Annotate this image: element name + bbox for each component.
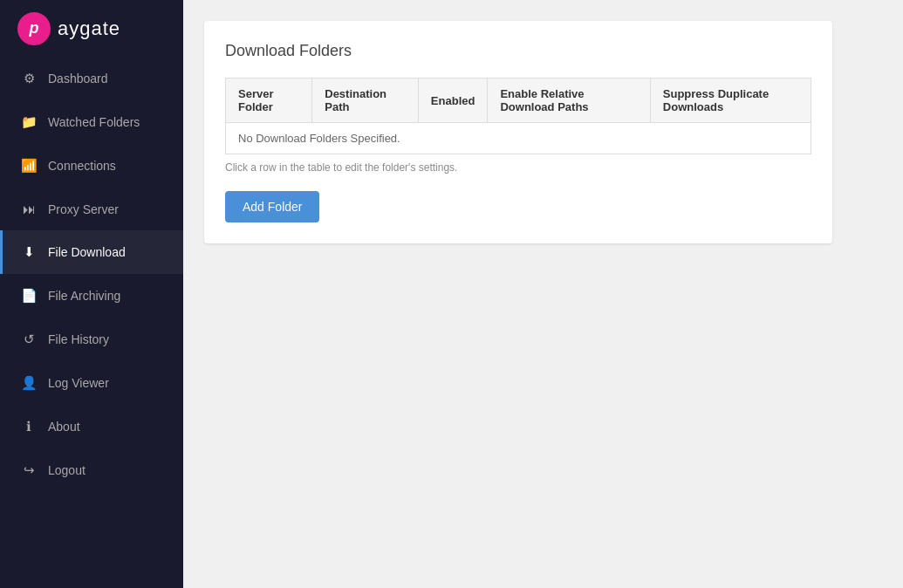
- logo-icon: p: [17, 12, 51, 45]
- col-suppress-duplicate: Suppress Duplicate Downloads: [650, 79, 811, 123]
- table-hint: Click a row in the table to edit the fol…: [225, 161, 811, 174]
- empty-row: No Download Folders Specified.: [226, 123, 811, 154]
- download-folders-card: Download Folders Server Folder Destinati…: [204, 21, 832, 243]
- sidebar-item-about[interactable]: About: [0, 405, 183, 448]
- sidebar-label-log-viewer: Log Viewer: [48, 376, 109, 390]
- sidebar-label-dashboard: Dashboard: [48, 72, 108, 85]
- gear-icon: [20, 71, 38, 86]
- sidebar-label-connections: Connections: [48, 159, 116, 173]
- sidebar-label-logout: Logout: [48, 463, 86, 477]
- sidebar-item-connections[interactable]: Connections: [0, 144, 183, 188]
- info-icon: [20, 419, 38, 434]
- col-enable-relative: Enable Relative Download Paths: [488, 79, 650, 123]
- folder-icon: [20, 114, 38, 130]
- logo-name: aygate: [58, 17, 120, 40]
- folder-table: Server Folder Destination Path Enabled E…: [225, 78, 811, 154]
- log-icon: [20, 375, 38, 391]
- sidebar-item-file-download[interactable]: File Download: [0, 230, 183, 274]
- sidebar-item-dashboard[interactable]: Dashboard: [0, 57, 183, 100]
- wifi-icon: [20, 158, 38, 174]
- sidebar-label-about: About: [48, 420, 80, 434]
- sidebar-item-file-archiving[interactable]: File Archiving: [0, 274, 183, 318]
- sidebar: p aygate Dashboard Watched Folders Conne…: [0, 0, 183, 588]
- sidebar-nav: Dashboard Watched Folders Connections Pr…: [0, 57, 183, 492]
- sidebar-item-watched-folders[interactable]: Watched Folders: [0, 100, 183, 144]
- download-icon: [20, 244, 38, 260]
- sidebar-item-logout[interactable]: Logout: [0, 448, 183, 492]
- logo-letter: p: [30, 19, 39, 38]
- sidebar-item-proxy-server[interactable]: Proxy Server: [0, 188, 183, 230]
- sidebar-item-log-viewer[interactable]: Log Viewer: [0, 361, 183, 405]
- add-folder-button[interactable]: Add Folder: [225, 191, 319, 222]
- sidebar-label-file-history: File History: [48, 332, 109, 346]
- empty-message: No Download Folders Specified.: [226, 123, 811, 154]
- sidebar-label-file-download: File Download: [48, 245, 126, 259]
- card-title: Download Folders: [225, 42, 811, 60]
- history-icon: [20, 332, 38, 347]
- sidebar-label-watched-folders: Watched Folders: [48, 115, 140, 129]
- col-server-folder: Server Folder: [226, 79, 312, 123]
- sidebar-label-proxy-server: Proxy Server: [48, 202, 119, 216]
- logout-icon: [20, 462, 38, 478]
- col-destination-path: Destination Path: [312, 79, 419, 123]
- proxy-icon: [20, 202, 38, 216]
- sidebar-label-file-archiving: File Archiving: [48, 289, 120, 303]
- main-content: Download Folders Server Folder Destinati…: [183, 0, 903, 588]
- app-logo: p aygate: [0, 0, 183, 57]
- sidebar-item-file-history[interactable]: File History: [0, 318, 183, 361]
- table-header-row: Server Folder Destination Path Enabled E…: [226, 79, 811, 123]
- col-enabled: Enabled: [418, 79, 488, 123]
- archive-icon: [20, 288, 38, 304]
